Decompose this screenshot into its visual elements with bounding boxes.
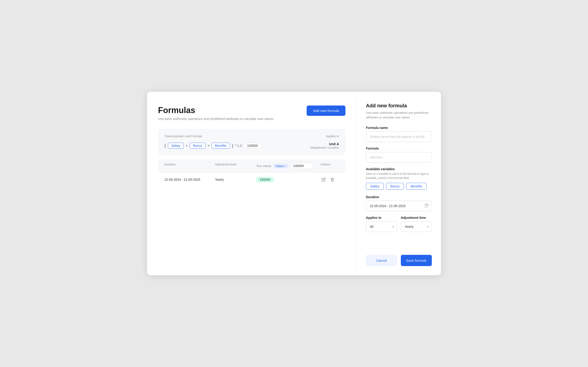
available-vars-hint: Click on a variable to add it to the for… — [366, 172, 432, 180]
var-chip-bonus[interactable]: Bonus — [386, 183, 404, 190]
var-chip-benefits[interactable]: Benefits — [406, 183, 426, 190]
formula-card-header: Total employer cost Formula Applies to — [164, 134, 339, 138]
col-actions: Actions — [321, 163, 339, 169]
table-header: Duration Adjustment time Test values Sal… — [158, 159, 346, 173]
formula-var-bonus[interactable]: Bonus — [190, 143, 206, 149]
cancel-button[interactable]: Cancel — [366, 255, 397, 266]
open-paren: ( — [164, 143, 166, 148]
applies-to-label: Applies to — [366, 216, 397, 219]
available-vars-label: Available variables — [366, 167, 432, 171]
main-content: Formulas Use basic arithmetic operations… — [147, 92, 356, 275]
formula-card-title: Total employer cost Formula — [164, 134, 202, 138]
col-duration: Duration — [164, 163, 215, 169]
adjustment-time-label: Adjustment time — [401, 216, 432, 219]
table-card: Duration Adjustment time Test values Sal… — [158, 159, 346, 187]
table-row: 22-05-2024 - 21-05-2025 Yearly 150000 — [158, 173, 346, 187]
formula-name-input[interactable] — [366, 131, 432, 142]
duration-label: Duration — [366, 195, 432, 199]
formula-applies-to: Unit A Department, Location — [311, 142, 339, 149]
panel-title: Add new formula — [366, 103, 432, 109]
formula-label: Formula — [366, 147, 432, 150]
applies-to-sub: Department, Location — [311, 146, 339, 149]
edit-button[interactable] — [321, 177, 327, 183]
col-adjustment-time: Adjustment time — [215, 163, 256, 169]
adjustment-time-field: Adjustment time Yearly Monthly Quarterly… — [401, 216, 432, 232]
formula-var-salary[interactable]: Salary — [168, 143, 184, 149]
col-test-values: Test values Salary = — [256, 163, 321, 169]
applies-row: Applies to All Unit A Department Locatio… — [366, 216, 432, 232]
panel-actions: Cancel Save formula — [366, 255, 432, 266]
formula-var-benefits[interactable]: Benefits — [212, 143, 230, 149]
close-paren: ) — [232, 143, 233, 148]
formula-name-label: Formula name — [366, 126, 432, 130]
page-title: Formulas — [158, 106, 274, 115]
formula-multiplier: * 1.2 — [235, 144, 242, 148]
app-container: Formulas Use basic arithmetic operations… — [147, 92, 441, 275]
formula-op-2: + — [208, 144, 209, 148]
applies-to-select-wrapper: All Unit A Department Location ▾ — [366, 221, 397, 232]
salary-label: Salary = — [273, 164, 289, 168]
save-formula-button[interactable]: Save formula — [401, 255, 432, 266]
page-title-block: Formulas Use basic arithmetic operations… — [158, 106, 274, 121]
var-chip-salary[interactable]: Salary — [366, 183, 384, 190]
row-duration: 22-05-2024 - 21-05-2025 — [164, 178, 215, 181]
formula-value-badge: 100000 — [244, 143, 261, 149]
salary-input[interactable] — [291, 163, 313, 169]
duration-input[interactable] — [366, 201, 432, 211]
delete-button[interactable] — [329, 177, 335, 183]
edit-icon — [321, 177, 326, 182]
panel-subtitle: Use basic arithmetic operations and pred… — [366, 110, 432, 119]
applies-to-select[interactable]: All Unit A Department Location — [366, 221, 397, 232]
adjustment-time-select-wrapper: Yearly Monthly Quarterly ▾ — [401, 221, 432, 232]
result-badge: 150000 — [256, 177, 274, 182]
formula-card: Total employer cost Formula Applies to (… — [158, 129, 346, 155]
page-header: Formulas Use basic arithmetic operations… — [158, 106, 346, 121]
formula-expression: ( Salary + Bonus + Benefits ) * 1.2 1000… — [164, 143, 261, 149]
adjustment-time-select[interactable]: Yearly Monthly Quarterly — [401, 221, 432, 232]
page-subtitle: Use basic arithmetic operations and pred… — [158, 117, 274, 121]
formula-applies-header: Applies to — [326, 134, 339, 138]
applies-to-field: Applies to All Unit A Department Locatio… — [366, 216, 397, 232]
row-test-values: 150000 — [256, 177, 321, 182]
formula-input[interactable] — [366, 152, 432, 163]
applies-to-name: Unit A — [311, 142, 339, 146]
row-actions — [321, 177, 339, 183]
formula-op-1: + — [186, 144, 188, 148]
trash-icon — [330, 177, 334, 182]
right-panel: Add new formula Use basic arithmetic ope… — [356, 92, 441, 275]
duration-field — [366, 201, 432, 211]
vars-row: Salary Bonus Benefits — [366, 183, 432, 190]
add-new-formula-button[interactable]: Add new formula — [307, 106, 346, 116]
row-adjustment-time: Yearly — [215, 178, 256, 181]
